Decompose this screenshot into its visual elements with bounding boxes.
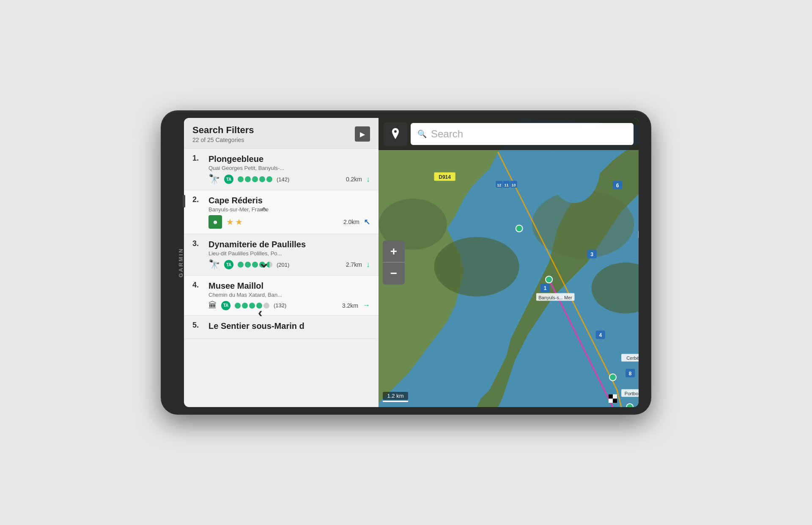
dot (238, 176, 244, 182)
review-count-4: (132) (274, 302, 286, 309)
svg-text:D914: D914 (439, 174, 451, 180)
distance-2: 2.0km (343, 219, 359, 225)
screen: Search Filters 22 of 25 Categories ▶ 1. … (184, 118, 639, 407)
poi-name-4: Musee Maillol (208, 281, 370, 291)
search-bar[interactable]: 🔍 Search (411, 123, 634, 145)
poi-name-block-2: Cape Réderis Banyuls-sur-Mer, France (208, 195, 370, 213)
dot (252, 176, 258, 182)
distance-3: 2.7km (346, 261, 362, 268)
back-button[interactable]: ‹ (258, 305, 269, 320)
dot (266, 176, 272, 182)
poi-item-2[interactable]: 2. Cape Réderis Banyuls-sur-Mer, France … (184, 190, 379, 234)
svg-rect-21 (638, 305, 639, 314)
zoom-out-button[interactable]: − (383, 262, 405, 284)
poi-item-5[interactable]: 5. Le Sentier sous-Marin d (184, 316, 379, 339)
svg-rect-31 (638, 231, 639, 238)
poi-item-3[interactable]: 3. Dynamiterie de Paulilles Lieu-dit Pau… (184, 234, 379, 276)
dot (238, 262, 244, 268)
scroll-down-button[interactable]: ⌄ (258, 255, 269, 271)
scroll-up-button[interactable]: ⌃ (258, 205, 269, 221)
poi-details-2: ☻ ★ ★ 2.0km ↖ (192, 215, 370, 229)
filter-title: Search Filters (192, 125, 254, 136)
dot (245, 262, 251, 268)
poi-details-3: 🔭 TA (201) 2.7km ↓ (192, 259, 370, 270)
poi-item-4[interactable]: 4. Musee Maillol Chemin du Mas Xatard, B… (184, 276, 379, 316)
star: ★ (235, 217, 243, 227)
poi-address-4: Chemin du Mas Xatard, Ban... (208, 292, 370, 298)
dot (259, 176, 265, 182)
zoom-controls: + − (383, 241, 405, 284)
dot (235, 303, 241, 309)
dot (245, 176, 251, 182)
svg-point-5 (434, 237, 519, 297)
distance-4: 3.2km (342, 302, 358, 309)
museum-icon-4: 🏛 (208, 301, 217, 310)
binoculars-icon-1: 🔭 (208, 174, 220, 185)
review-count-1: (142) (277, 176, 289, 183)
poi-address-2: Banyuls-sur-Mer, France (208, 206, 370, 213)
map-panel[interactable]: 6 3 2 5 4 1 8 (379, 118, 639, 407)
side-button[interactable] (183, 195, 185, 208)
dot (242, 303, 248, 309)
poi-number-5: 5. (192, 321, 204, 330)
scale-label: 1.2 km (383, 392, 408, 400)
poi-number-2: 2. (192, 195, 204, 204)
svg-text:11: 11 (504, 183, 508, 187)
svg-text:3: 3 (590, 252, 593, 257)
svg-text:12: 12 (497, 183, 501, 187)
michelin-icon-2: ☻ (208, 215, 222, 229)
filter-title-block: Search Filters 22 of 25 Categories (192, 125, 254, 143)
poi-address-1: Quai Georges Petit, Banyuls-... (208, 165, 370, 171)
rating-1 (238, 176, 272, 182)
dot (249, 303, 255, 309)
svg-text:Portbou: Portbou (625, 391, 639, 396)
scale-bar: 1.2 km (383, 392, 408, 402)
garmin-device: GARMIN Search Filters 22 of 25 Categorie… (161, 110, 651, 415)
tripadvisor-icon-3: TA (224, 260, 233, 269)
star: ★ (226, 217, 234, 227)
location-button[interactable] (384, 122, 407, 146)
poi-name-block-3: Dynamiterie de Paulilles Lieu-dit Paulil… (208, 239, 370, 257)
search-placeholder: Search (431, 128, 463, 140)
binoculars-icon-3: 🔭 (208, 259, 220, 270)
direction-2: ↖ (364, 217, 370, 227)
svg-point-14 (546, 276, 552, 283)
svg-point-15 (609, 374, 616, 381)
map-background: 6 3 2 5 4 1 8 (379, 118, 639, 407)
svg-rect-11 (609, 394, 613, 399)
poi-name-5: Le Sentier sous-Marin d (208, 321, 370, 331)
svg-text:4: 4 (599, 332, 602, 338)
filter-subtitle: 22 of 25 Categories (192, 137, 254, 143)
dot (252, 262, 258, 268)
svg-text:8: 8 (629, 371, 632, 377)
tripadvisor-icon-1: TA (224, 175, 233, 184)
distance-1: 0.2km (346, 176, 362, 183)
filter-header: Search Filters 22 of 25 Categories ▶ (184, 118, 379, 149)
zoom-in-button[interactable]: + (383, 241, 405, 262)
poi-name-block-4: Musee Maillol Chemin du Mas Xatard, Ban.… (208, 281, 370, 298)
direction-1: ↓ (366, 175, 370, 184)
review-count-3: (201) (277, 262, 289, 268)
poi-number-4: 4. (192, 281, 204, 290)
svg-text:Cerbère: Cerbère (626, 355, 639, 361)
poi-name-block-5: Le Sentier sous-Marin d (208, 321, 370, 331)
poi-name-block-1: Plongeebleue Quai Georges Petit, Banyuls… (208, 154, 370, 171)
poi-name-2: Cape Réderis (208, 195, 370, 205)
map-top-bar: 🔍 Search (379, 118, 639, 150)
poi-number-3: 3. (192, 239, 204, 248)
left-panel: Search Filters 22 of 25 Categories ▶ 1. … (184, 118, 379, 407)
direction-4: → (362, 301, 370, 310)
filter-arrow-button[interactable]: ▶ (355, 126, 370, 142)
poi-name-1: Plongeebleue (208, 154, 370, 164)
svg-text:Banyuls-s... Mer: Banyuls-s... Mer (538, 295, 572, 300)
poi-address-3: Lieu-dit Paulilles Polilles, Po... (208, 250, 370, 257)
poi-name-3: Dynamiterie de Paulilles (208, 239, 370, 249)
tripadvisor-icon-4: TA (221, 301, 230, 310)
direction-3: ↓ (366, 260, 370, 269)
brand-label: GARMIN (178, 248, 184, 278)
poi-details-1: 🔭 TA (142) 0.2km ↓ (192, 174, 370, 185)
poi-item-1[interactable]: 1. Plongeebleue Quai Georges Petit, Bany… (184, 149, 379, 190)
svg-text:10: 10 (512, 183, 516, 187)
svg-point-16 (626, 404, 633, 407)
poi-list: 1. Plongeebleue Quai Georges Petit, Bany… (184, 149, 379, 407)
